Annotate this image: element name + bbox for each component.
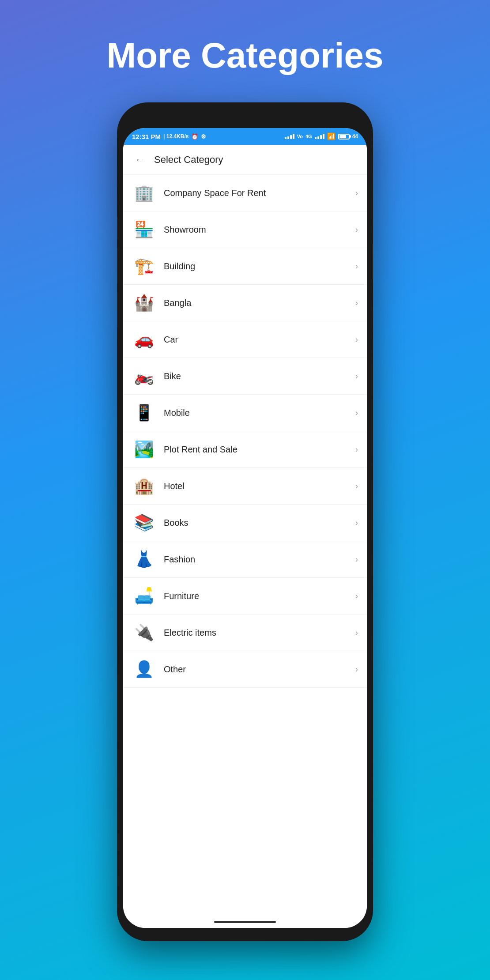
company-space-icon: 🏢 bbox=[132, 181, 156, 205]
volume-up-button bbox=[117, 248, 117, 283]
company-space-chevron: › bbox=[355, 188, 358, 198]
books-icon: 📚 bbox=[132, 511, 156, 535]
wifi-icon: 📶 bbox=[327, 132, 335, 140]
car-icon: 🚗 bbox=[132, 328, 156, 351]
hotel-chevron: › bbox=[355, 482, 358, 491]
lte-icon: 4G bbox=[305, 134, 312, 139]
battery-icon bbox=[338, 134, 350, 139]
building-label: Building bbox=[164, 261, 355, 271]
fashion-chevron: › bbox=[355, 555, 358, 564]
company-space-label: Company Space For Rent bbox=[164, 188, 355, 198]
bangla-chevron: › bbox=[355, 298, 358, 308]
books-chevron: › bbox=[355, 518, 358, 528]
category-item-electric-items[interactable]: 🔌Electric items› bbox=[123, 614, 367, 651]
status-speed: | 12.4KB/s bbox=[163, 133, 188, 139]
fashion-icon: 👗 bbox=[132, 547, 156, 571]
home-indicator bbox=[214, 921, 276, 923]
category-item-building[interactable]: 🏗️Building› bbox=[123, 248, 367, 285]
phone-device: 12:31 PM | 12.4KB/s ⏰ ⚙ Vo 4G bbox=[117, 102, 373, 941]
showroom-chevron: › bbox=[355, 225, 358, 234]
category-item-showroom[interactable]: 🏪Showroom› bbox=[123, 211, 367, 248]
home-bar bbox=[123, 916, 367, 928]
category-item-car[interactable]: 🚗Car› bbox=[123, 321, 367, 358]
bike-icon: 🏍️ bbox=[132, 364, 156, 388]
electric-items-chevron: › bbox=[355, 628, 358, 637]
furniture-icon: 🛋️ bbox=[132, 584, 156, 608]
category-item-other[interactable]: 👤Other› bbox=[123, 651, 367, 688]
category-item-hotel[interactable]: 🏨Hotel› bbox=[123, 468, 367, 505]
furniture-chevron: › bbox=[355, 592, 358, 601]
phone-body: 12:31 PM | 12.4KB/s ⏰ ⚙ Vo 4G bbox=[117, 102, 373, 941]
mobile-label: Mobile bbox=[164, 408, 355, 418]
category-item-mobile[interactable]: 📱Mobile› bbox=[123, 395, 367, 431]
other-label: Other bbox=[164, 664, 355, 675]
status-bar: 12:31 PM | 12.4KB/s ⏰ ⚙ Vo 4G bbox=[123, 128, 367, 145]
hotel-label: Hotel bbox=[164, 481, 355, 491]
signal-icon bbox=[285, 134, 294, 139]
power-button bbox=[373, 244, 373, 279]
app-bar: ← Select Category bbox=[123, 145, 367, 175]
showroom-label: Showroom bbox=[164, 225, 355, 235]
plot-rent-sale-label: Plot Rent and Sale bbox=[164, 445, 355, 455]
status-time: 12:31 PM bbox=[132, 133, 161, 140]
category-item-bangla[interactable]: 🏰Bangla› bbox=[123, 285, 367, 321]
app-bar-title: Select Category bbox=[154, 154, 223, 166]
books-label: Books bbox=[164, 518, 355, 528]
plot-rent-sale-icon: 🏞️ bbox=[132, 437, 156, 461]
category-item-company-space[interactable]: 🏢Company Space For Rent› bbox=[123, 175, 367, 211]
signal-icon-2 bbox=[315, 134, 324, 139]
category-item-fashion[interactable]: 👗Fashion› bbox=[123, 541, 367, 578]
electric-items-icon: 🔌 bbox=[132, 621, 156, 645]
category-list: 🏢Company Space For Rent›🏪Showroom›🏗️Buil… bbox=[123, 175, 367, 916]
mobile-icon: 📱 bbox=[132, 401, 156, 425]
phone-screen: 12:31 PM | 12.4KB/s ⏰ ⚙ Vo 4G bbox=[123, 128, 367, 928]
status-right: Vo 4G 📶 44 bbox=[285, 132, 358, 140]
fashion-label: Fashion bbox=[164, 554, 355, 565]
bike-chevron: › bbox=[355, 372, 358, 381]
electric-items-label: Electric items bbox=[164, 628, 355, 638]
plot-rent-sale-chevron: › bbox=[355, 445, 358, 454]
other-chevron: › bbox=[355, 665, 358, 674]
network-icon: Vo bbox=[297, 134, 303, 139]
battery-label: 44 bbox=[352, 133, 358, 139]
bangla-label: Bangla bbox=[164, 298, 355, 308]
other-icon: 👤 bbox=[132, 657, 156, 681]
car-label: Car bbox=[164, 335, 355, 345]
building-icon: 🏗️ bbox=[132, 254, 156, 278]
category-item-plot-rent-sale[interactable]: 🏞️Plot Rent and Sale› bbox=[123, 431, 367, 468]
building-chevron: › bbox=[355, 262, 358, 271]
hotel-icon: 🏨 bbox=[132, 474, 156, 498]
page-title: More Categories bbox=[0, 35, 490, 76]
back-button[interactable]: ← bbox=[132, 152, 148, 168]
mobile-chevron: › bbox=[355, 408, 358, 418]
bike-label: Bike bbox=[164, 371, 355, 381]
furniture-label: Furniture bbox=[164, 591, 355, 601]
showroom-icon: 🏪 bbox=[132, 218, 156, 241]
alarm-icon: ⏰ bbox=[191, 133, 198, 140]
category-item-books[interactable]: 📚Books› bbox=[123, 505, 367, 541]
category-item-bike[interactable]: 🏍️Bike› bbox=[123, 358, 367, 395]
volume-down-button bbox=[117, 292, 117, 328]
settings-icon: ⚙ bbox=[201, 133, 206, 140]
bangla-icon: 🏰 bbox=[132, 291, 156, 315]
car-chevron: › bbox=[355, 335, 358, 344]
mute-button bbox=[117, 217, 117, 239]
category-item-furniture[interactable]: 🛋️Furniture› bbox=[123, 578, 367, 614]
status-left: 12:31 PM | 12.4KB/s ⏰ ⚙ bbox=[132, 133, 206, 140]
